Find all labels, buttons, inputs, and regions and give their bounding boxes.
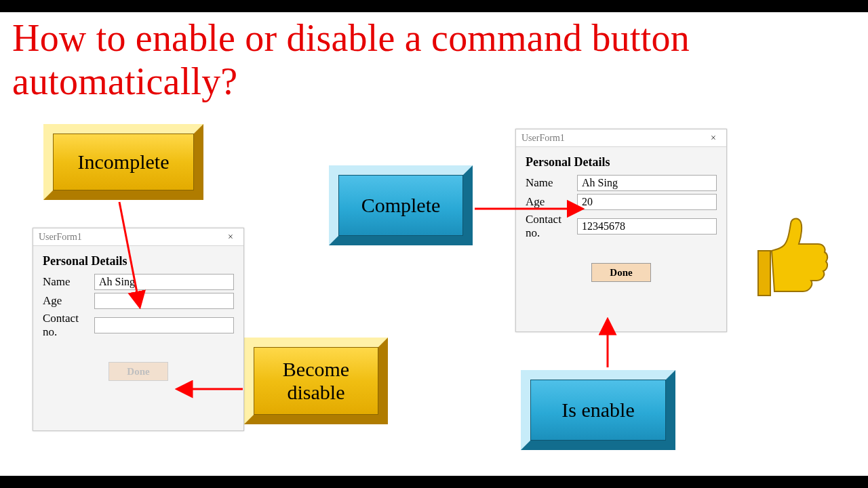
- contact-label: Contact no.: [43, 312, 94, 339]
- panel-incomplete-label: Incomplete: [78, 150, 170, 174]
- done-button[interactable]: Done: [591, 263, 651, 282]
- panel-become-disable: Become disable: [244, 338, 388, 424]
- form-heading: Personal Details: [43, 254, 234, 268]
- age-input[interactable]: [577, 194, 717, 210]
- panel-is-enable-label: Is enable: [561, 399, 634, 422]
- contact-input[interactable]: [94, 317, 234, 333]
- age-label: Age: [43, 294, 94, 308]
- thumbs-up-icon: [751, 209, 833, 315]
- userform-title: UserForm1: [521, 133, 565, 144]
- contact-label: Contact no.: [526, 213, 577, 240]
- userform-incomplete: UserForm1 × Personal Details Name Age Co…: [33, 228, 244, 431]
- name-label: Name: [43, 275, 94, 289]
- panel-become-disable-label: Become disable: [254, 358, 378, 405]
- age-label: Age: [526, 195, 577, 209]
- close-icon[interactable]: ×: [223, 232, 238, 243]
- panel-incomplete: Incomplete: [43, 124, 203, 200]
- panel-complete-label: Complete: [361, 194, 441, 218]
- panel-is-enable: Is enable: [521, 370, 675, 450]
- page-title: How to enable or disable a command butto…: [12, 16, 868, 104]
- done-button: Done: [108, 362, 168, 381]
- age-input[interactable]: [94, 293, 234, 309]
- name-input[interactable]: [577, 175, 717, 191]
- name-label: Name: [526, 176, 577, 190]
- panel-complete: Complete: [329, 165, 473, 245]
- userform-title: UserForm1: [39, 232, 82, 243]
- userform-complete: UserForm1 × Personal Details Name Age Co…: [515, 129, 727, 332]
- contact-input[interactable]: [577, 218, 717, 235]
- name-input[interactable]: [94, 274, 234, 290]
- close-icon[interactable]: ×: [706, 133, 721, 144]
- form-heading: Personal Details: [526, 155, 717, 169]
